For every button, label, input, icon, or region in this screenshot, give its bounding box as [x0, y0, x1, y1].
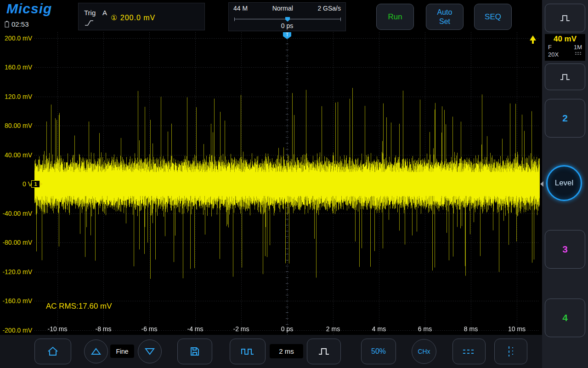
x-axis-label: -8 ms [87, 325, 119, 333]
trigger-label: Trig [84, 9, 96, 17]
timebase-zoom-out-button[interactable] [230, 339, 266, 364]
status-clock: 02:53 [5, 20, 29, 28]
waveform-canvas[interactable] [34, 32, 540, 335]
channel1-probe: 20X [548, 51, 559, 58]
channel1-info-box[interactable]: 40 mV F 1M 20X [545, 34, 585, 61]
decrease-button[interactable] [138, 339, 162, 363]
trigger-flag-letter: T [286, 32, 288, 37]
vertical-cursors-button[interactable] [494, 339, 527, 364]
y-axis-label: -160.0 mV [0, 297, 32, 305]
y-axis-label: 40.00 mV [0, 151, 32, 159]
x-axis-label: -10 ms [41, 325, 74, 333]
y-axis-label: 0 V [0, 180, 32, 188]
trigger-level-arrow [530, 35, 536, 40]
acquire-mode: Normal [272, 5, 293, 12]
channel1-impedance: 1M [574, 44, 582, 51]
multi-pulse-icon [241, 346, 254, 356]
x-axis-label: 10 ms [501, 325, 533, 333]
x-axis-label: 4 ms [363, 325, 395, 333]
waveform-display[interactable]: 200.0 mV160.0 mV120.0 mV80.00 mV40.00 mV… [0, 32, 542, 335]
clock-time: 02:53 [11, 20, 29, 28]
y-axis-label: -80.00 mV [0, 239, 32, 246]
x-axis-label: -4 ms [179, 325, 211, 333]
home-icon [47, 346, 59, 357]
timebase-readout[interactable]: 2 ms [270, 344, 303, 358]
increase-button[interactable] [84, 339, 108, 363]
horizontal-cursors-button[interactable] [452, 339, 486, 364]
trigger-slope-icon [84, 19, 94, 27]
bottom-toolbar: Fine 2 ms 50% CHx [0, 335, 542, 368]
sample-rate: 2 GSa/s [317, 5, 341, 12]
oscilloscope-screen: Micsig 02:53 Trig A ① 200.0 mV 44 M Norm… [0, 0, 588, 368]
x-axis-label: 6 ms [409, 325, 441, 333]
right-control-bar: 40 mV F 1M 20X 2 Level 3 4 [542, 0, 588, 368]
level-pointer-icon [540, 181, 543, 187]
channel1-ground-marker[interactable]: 1 [31, 180, 40, 188]
channel1-scale: 40 mV [548, 34, 582, 44]
level-label: Level [555, 178, 574, 188]
channel1-coupling: F [548, 44, 552, 51]
channel3-button[interactable]: 3 [545, 230, 585, 269]
single-pulse-icon [317, 346, 330, 356]
y-axis-label: -40.00 mV [0, 210, 32, 217]
auto-set-button[interactable]: Auto Set [426, 4, 464, 30]
memory-depth: 44 M [233, 5, 248, 12]
run-button[interactable]: Run [376, 4, 414, 30]
y-axis-label: 200.0 mV [0, 34, 32, 42]
x-axis-label: -2 ms [225, 325, 257, 333]
measurement-readout: AC RMS:17.60 mV [46, 302, 112, 311]
save-icon [189, 346, 200, 357]
acquisition-panel[interactable]: 44 M Normal 2 GSa/s 0 ps [228, 2, 346, 31]
wave-type-top-button[interactable] [545, 4, 585, 32]
y-axis-label: 120.0 mV [0, 93, 32, 100]
top-bar: Micsig 02:53 Trig A ① 200.0 mV 44 M Norm… [0, 0, 542, 32]
level-knob[interactable]: Level [546, 165, 582, 201]
x-axis-label: 0 ps [271, 325, 303, 333]
pulse-icon [559, 13, 571, 23]
horizontal-dashed-icon [462, 347, 476, 356]
save-button[interactable] [177, 339, 212, 364]
fine-coarse-toggle[interactable]: Fine [110, 345, 134, 358]
triangle-down-icon [145, 347, 155, 356]
channel2-button[interactable]: 2 [545, 99, 585, 138]
trigger-mode: A [102, 9, 107, 17]
vertical-dashed-icon [505, 345, 516, 357]
seq-button[interactable]: SEQ [474, 4, 512, 30]
timebase-zoom-in-button[interactable] [307, 339, 341, 364]
fifty-percent-button[interactable]: 50% [361, 339, 396, 364]
trigger-position-slider[interactable] [234, 17, 341, 22]
y-axis-label: -120.0 mV [0, 268, 32, 276]
y-axis-label: -200.0 mV [0, 327, 32, 334]
battery-icon [5, 21, 9, 28]
trigger-status-panel[interactable]: Trig A ① 200.0 mV [78, 3, 205, 30]
dashed-lines-icon [575, 51, 582, 56]
triangle-up-icon [91, 347, 101, 356]
channel-select-button[interactable]: CHx [412, 339, 436, 364]
x-axis-label: 2 ms [317, 325, 349, 333]
home-button[interactable] [34, 339, 71, 364]
slider-marker[interactable] [285, 17, 290, 22]
channel4-button[interactable]: 4 [545, 299, 585, 337]
wave-type-bottom-button[interactable] [545, 63, 585, 90]
x-axis-label: 8 ms [455, 325, 487, 333]
pulse-icon [559, 72, 571, 81]
x-axis-label: -6 ms [133, 325, 165, 333]
horizontal-offset: 0 ps [229, 22, 345, 29]
y-axis-label: 80.00 mV [0, 122, 32, 129]
y-axis-label: 160.0 mV [0, 63, 32, 71]
brand-logo: Micsig [6, 1, 52, 17]
trigger-level-readout: ① 200.0 mV [111, 13, 155, 22]
